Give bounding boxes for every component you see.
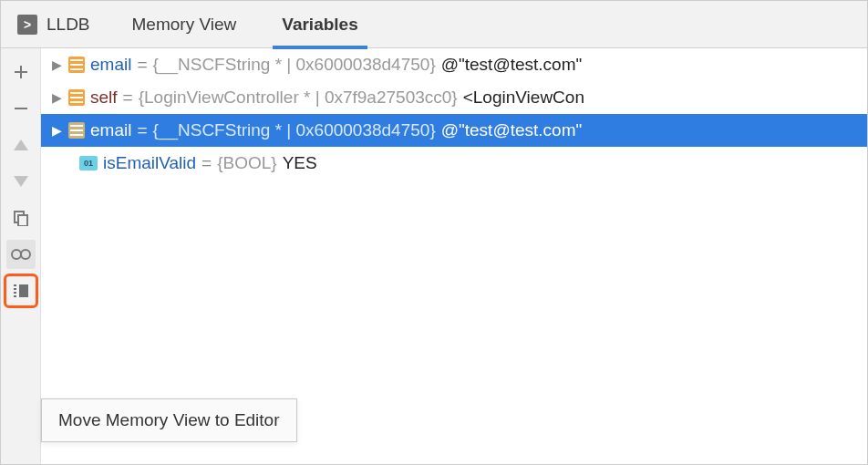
svg-point-2: [12, 250, 21, 259]
variable-row-self[interactable]: ▶ self = {LoginViewController * | 0x7f9a…: [41, 81, 867, 114]
variable-row-email[interactable]: ▶ email = {__NSCFString * | 0x6000038d47…: [41, 48, 867, 81]
svg-point-3: [21, 250, 30, 259]
debug-gutter: [1, 48, 41, 464]
variable-type: {LoginViewController * | 0x7f9a27503cc0}: [139, 88, 458, 108]
expand-arrow-icon[interactable]: ▶: [50, 123, 63, 138]
variable-value: @"test@test.com": [441, 120, 583, 140]
equals-sign: =: [202, 153, 212, 173]
remove-watch-button[interactable]: [6, 94, 36, 123]
memory-view-button[interactable]: [6, 276, 36, 305]
object-icon: [68, 57, 85, 73]
tab-lldb-label: LLDB: [46, 15, 90, 35]
move-down-button[interactable]: [6, 167, 36, 196]
variable-row-isemailvalid[interactable]: 01 isEmailValid = {BOOL} YES: [41, 147, 867, 180]
variable-name: email: [90, 120, 131, 140]
tab-variables[interactable]: Variables: [273, 1, 367, 48]
variable-name: self: [90, 88, 118, 108]
variable-value: YES: [283, 153, 317, 173]
tab-variables-label: Variables: [282, 15, 357, 35]
terminal-icon: >: [17, 15, 37, 35]
memory-view-tooltip: Move Memory View to Editor: [41, 398, 297, 442]
show-watches-button[interactable]: [6, 240, 36, 269]
object-icon: [68, 122, 85, 139]
tab-memory-label: Memory View: [132, 15, 237, 35]
variable-name: isEmailValid: [103, 153, 196, 173]
variable-value: <LoginViewCon: [463, 88, 584, 108]
tab-memory-view[interactable]: Memory View: [123, 1, 246, 48]
equals-sign: =: [137, 120, 147, 140]
variable-type: {__NSCFString * | 0x6000038d4750}: [153, 120, 436, 140]
equals-sign: =: [137, 55, 147, 75]
variable-type: {BOOL}: [217, 153, 277, 173]
duplicate-watch-button[interactable]: [6, 203, 36, 232]
tab-lldb[interactable]: > LLDB: [12, 15, 96, 35]
expand-arrow-icon[interactable]: ▶: [50, 57, 63, 72]
object-icon: [68, 89, 85, 106]
variable-value: @"test@test.com": [441, 55, 583, 75]
debug-tool-tabs: > LLDB Memory View Variables: [1, 1, 867, 48]
move-up-button[interactable]: [6, 130, 36, 160]
tooltip-text: Move Memory View to Editor: [58, 410, 280, 429]
svg-rect-4: [19, 284, 28, 297]
svg-rect-1: [18, 215, 27, 226]
add-watch-button[interactable]: [6, 57, 36, 87]
variable-type: {__NSCFString * | 0x6000038d4750}: [153, 55, 436, 75]
variable-row-email-selected[interactable]: ▶ email = {__NSCFString * | 0x6000038d47…: [41, 114, 867, 147]
equals-sign: =: [123, 88, 133, 108]
expand-arrow-icon[interactable]: ▶: [50, 90, 63, 105]
bool-icon: 01: [79, 156, 98, 170]
variable-name: email: [90, 55, 131, 75]
